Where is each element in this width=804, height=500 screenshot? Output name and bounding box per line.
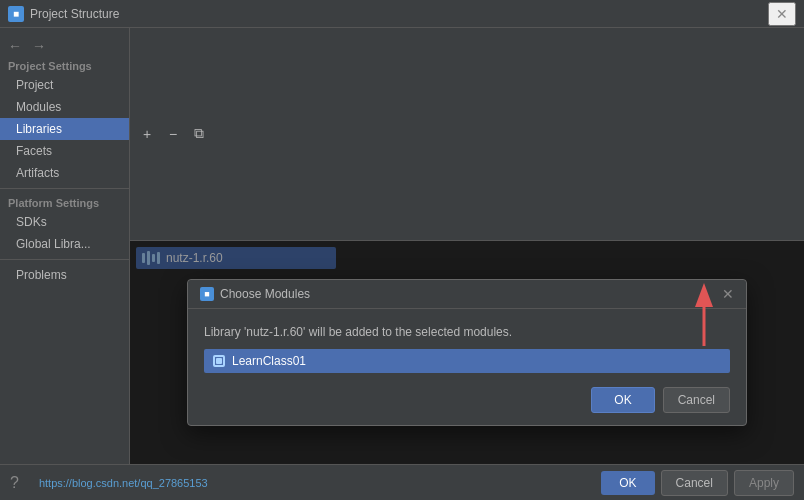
add-button[interactable]: + bbox=[136, 123, 158, 145]
window-title: Project Structure bbox=[30, 7, 119, 21]
content-area: nutz-1.r.60 ■ Choose Modules ✕ Libr bbox=[130, 241, 804, 465]
project-settings-label: Project Settings bbox=[0, 56, 129, 74]
remove-button[interactable]: − bbox=[162, 123, 184, 145]
modal-message: Library 'nutz-1.r.60' will be added to t… bbox=[204, 325, 730, 339]
sidebar-item-libraries[interactable]: Libraries bbox=[0, 118, 129, 140]
toolbar: + − ⧉ bbox=[130, 28, 804, 241]
app-icon: ■ bbox=[8, 6, 24, 22]
modal-title: Choose Modules bbox=[220, 287, 310, 301]
module-icon-inner bbox=[213, 355, 225, 367]
bottom-bar-left: ? https://blog.csdn.net/qq_27865153 bbox=[10, 474, 208, 492]
modal-ok-button[interactable]: OK bbox=[591, 387, 654, 413]
help-button[interactable]: ? bbox=[10, 474, 19, 492]
window-close-button[interactable]: ✕ bbox=[768, 2, 796, 26]
modal-buttons: OK Cancel bbox=[204, 387, 730, 413]
modal-icon: ■ bbox=[200, 287, 214, 301]
bottom-bar: ? https://blog.csdn.net/qq_27865153 OK C… bbox=[0, 464, 804, 500]
modal-dialog: ■ Choose Modules ✕ Library 'nutz-1.r.60'… bbox=[187, 279, 747, 426]
sidebar: ← → Project Settings Project Modules Lib… bbox=[0, 28, 130, 464]
modal-close-button[interactable]: ✕ bbox=[722, 286, 734, 302]
modal-title-bar: ■ Choose Modules ✕ bbox=[188, 280, 746, 309]
nav-arrows: ← → bbox=[0, 36, 129, 56]
platform-settings-label: Platform Settings bbox=[0, 193, 129, 211]
cancel-main-button[interactable]: Cancel bbox=[661, 470, 728, 496]
module-icon bbox=[212, 354, 226, 368]
ok-main-button[interactable]: OK bbox=[601, 471, 654, 495]
copy-button[interactable]: ⧉ bbox=[188, 123, 210, 145]
sidebar-divider-2 bbox=[0, 259, 129, 260]
sidebar-item-sdks[interactable]: SDKs bbox=[0, 211, 129, 233]
modal-cancel-button[interactable]: Cancel bbox=[663, 387, 730, 413]
title-bar: ■ Project Structure ✕ bbox=[0, 0, 804, 28]
modal-overlay: ■ Choose Modules ✕ Library 'nutz-1.r.60'… bbox=[130, 241, 804, 465]
content-wrapper: + − ⧉ nutz-1.r.60 bbox=[130, 28, 804, 464]
sidebar-item-modules[interactable]: Modules bbox=[0, 96, 129, 118]
sidebar-item-problems[interactable]: Problems bbox=[0, 264, 129, 286]
modal-title-left: ■ Choose Modules bbox=[200, 287, 310, 301]
forward-button[interactable]: → bbox=[28, 36, 50, 56]
apply-main-button[interactable]: Apply bbox=[734, 470, 794, 496]
bottom-bar-right: OK Cancel Apply bbox=[601, 470, 794, 496]
title-bar-left: ■ Project Structure bbox=[8, 6, 119, 22]
module-list-item[interactable]: LearnClass01 bbox=[204, 349, 730, 373]
modal-body: Library 'nutz-1.r.60' will be added to t… bbox=[188, 309, 746, 425]
csdn-link: https://blog.csdn.net/qq_27865153 bbox=[39, 477, 208, 489]
back-button[interactable]: ← bbox=[4, 36, 26, 56]
module-name: LearnClass01 bbox=[232, 354, 306, 368]
sidebar-divider bbox=[0, 188, 129, 189]
sidebar-item-facets[interactable]: Facets bbox=[0, 140, 129, 162]
main-layout: ← → Project Settings Project Modules Lib… bbox=[0, 28, 804, 464]
sidebar-item-artifacts[interactable]: Artifacts bbox=[0, 162, 129, 184]
sidebar-item-global-libraries[interactable]: Global Libra... bbox=[0, 233, 129, 255]
sidebar-item-project[interactable]: Project bbox=[0, 74, 129, 96]
